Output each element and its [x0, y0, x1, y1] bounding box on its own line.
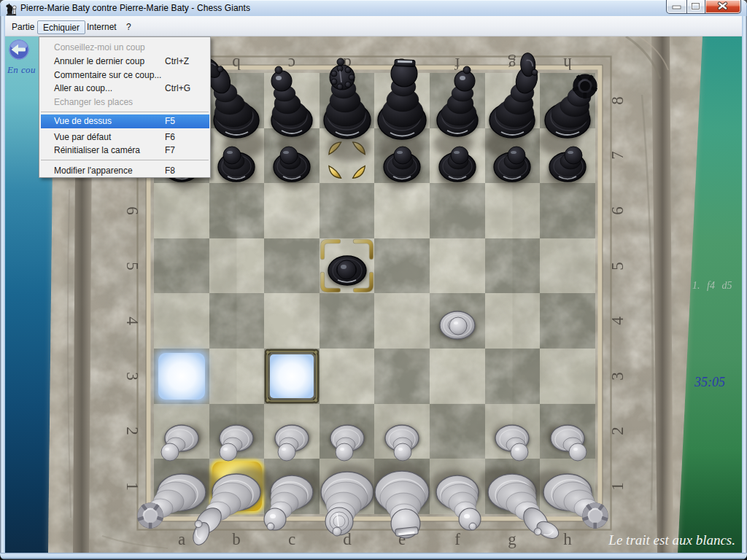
svg-text:f: f: [454, 530, 460, 548]
svg-text:a: a: [178, 530, 185, 548]
svg-text:4: 4: [608, 316, 627, 325]
svg-text:1: 1: [123, 482, 142, 491]
svg-text:Le trait est aux blancs.: Le trait est aux blancs.: [608, 532, 735, 548]
svg-text:3: 3: [608, 372, 627, 381]
svg-text:g: g: [508, 530, 516, 548]
svg-text:2: 2: [608, 427, 627, 435]
svg-text:1. f4 d5: 1. f4 d5: [692, 280, 732, 291]
svg-text:c: c: [288, 530, 295, 548]
svg-text:3: 3: [123, 372, 142, 381]
svg-text:6: 6: [123, 206, 142, 215]
svg-text:b: b: [232, 530, 241, 548]
svg-text:c: c: [288, 55, 295, 73]
svg-text:h: h: [563, 55, 572, 73]
svg-text:4: 4: [123, 316, 142, 325]
svg-text:f: f: [454, 55, 460, 73]
svg-text:h: h: [563, 530, 572, 548]
svg-text:En cou: En cou: [7, 64, 36, 75]
svg-text:8: 8: [608, 96, 627, 105]
svg-text:b: b: [232, 55, 241, 73]
svg-text:6: 6: [608, 206, 627, 215]
svg-text:5: 5: [608, 262, 627, 271]
svg-text:2: 2: [123, 427, 142, 435]
svg-text:35:05: 35:05: [694, 375, 725, 389]
svg-text:5: 5: [123, 262, 142, 271]
svg-text:g: g: [508, 55, 516, 73]
svg-text:1: 1: [608, 482, 627, 491]
svg-text:7: 7: [608, 151, 627, 160]
